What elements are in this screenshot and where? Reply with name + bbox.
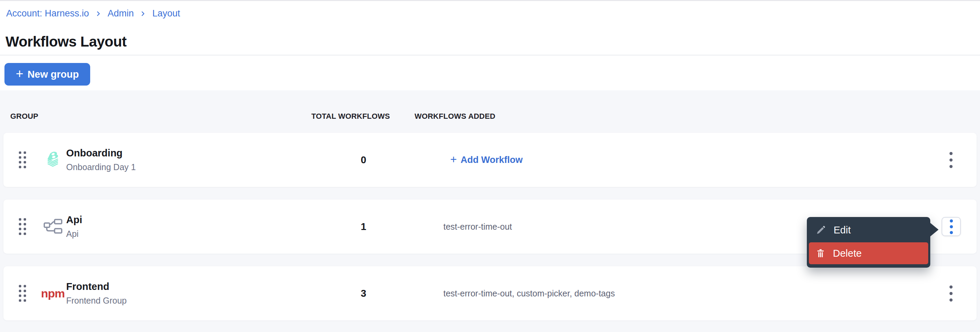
breadcrumb: Account: Harness.io Admin Layout [6, 8, 180, 19]
header-divider [0, 55, 980, 55]
column-header-total-workflows: TOTAL WORKFLOWS [311, 112, 390, 121]
breadcrumb-account-link[interactable]: Account: Harness.io [6, 8, 89, 19]
group-description: Api [66, 229, 82, 239]
context-menu-item-delete[interactable]: Delete [809, 242, 928, 264]
workflow-groups-table: GROUP TOTAL WORKFLOWS WORKFLOWS ADDED On… [0, 90, 980, 332]
column-header-group: GROUP [10, 112, 38, 121]
npm-logo-text: npm [41, 287, 65, 300]
group-name: Api [66, 214, 82, 226]
row-menu-button[interactable] [943, 148, 959, 172]
workflows-added-list: test-error-time-out [443, 222, 512, 232]
new-group-button-label: New group [27, 69, 79, 80]
group-description: Onboarding Day 1 [66, 162, 136, 172]
workflows-added-list: test-error-time-out, custom-picker, demo… [443, 289, 615, 299]
context-menu-item-label: Delete [833, 248, 862, 259]
drag-handle[interactable] [19, 218, 26, 235]
breadcrumb-admin-link[interactable]: Admin [108, 8, 134, 19]
trash-icon [816, 248, 826, 258]
drag-handle[interactable] [19, 152, 26, 168]
page-title: Workflows Layout [5, 33, 127, 50]
chevron-right-icon [139, 10, 147, 17]
table-row-frontend: npm Frontend Frontend Group 3 test-error… [3, 266, 977, 320]
add-workflow-label: Add Workflow [460, 155, 523, 165]
row-menu-button[interactable] [943, 281, 959, 305]
plus-icon: + [16, 67, 23, 80]
group-name-block: Api Api [66, 214, 82, 239]
context-menu-item-label: Edit [834, 224, 851, 236]
table-row-onboarding: Onboarding Onboarding Day 1 0 + Add Work… [3, 133, 977, 187]
plus-icon: + [450, 153, 457, 166]
group-name-block: Frontend Frontend Group [66, 281, 127, 306]
total-workflows-count: 0 [329, 154, 398, 166]
new-group-button[interactable]: + New group [5, 63, 90, 85]
npm-logo-icon: npm [42, 282, 64, 304]
group-description: Frontend Group [66, 296, 127, 306]
mint-stacked-layers-icon [42, 149, 64, 171]
workflow-tree-icon [42, 216, 64, 237]
chevron-right-icon [95, 10, 102, 17]
total-workflows-count: 1 [329, 221, 398, 232]
context-menu-item-edit[interactable]: Edit [809, 219, 928, 241]
column-header-workflows-added: WORKFLOWS ADDED [415, 112, 495, 121]
pencil-icon [816, 225, 826, 235]
group-name: Frontend [66, 281, 127, 292]
context-menu-arrow [929, 222, 939, 237]
top-divider [0, 0, 980, 1]
total-workflows-count: 3 [329, 288, 398, 299]
group-name-block: Onboarding Onboarding Day 1 [66, 147, 136, 172]
add-workflow-link[interactable]: + Add Workflow [450, 154, 523, 166]
drag-handle[interactable] [19, 285, 26, 302]
row-context-menu: Edit Delete [807, 217, 930, 268]
breadcrumb-layout-link[interactable]: Layout [152, 8, 180, 19]
group-name: Onboarding [66, 147, 136, 159]
row-menu-button-active[interactable] [942, 217, 961, 236]
